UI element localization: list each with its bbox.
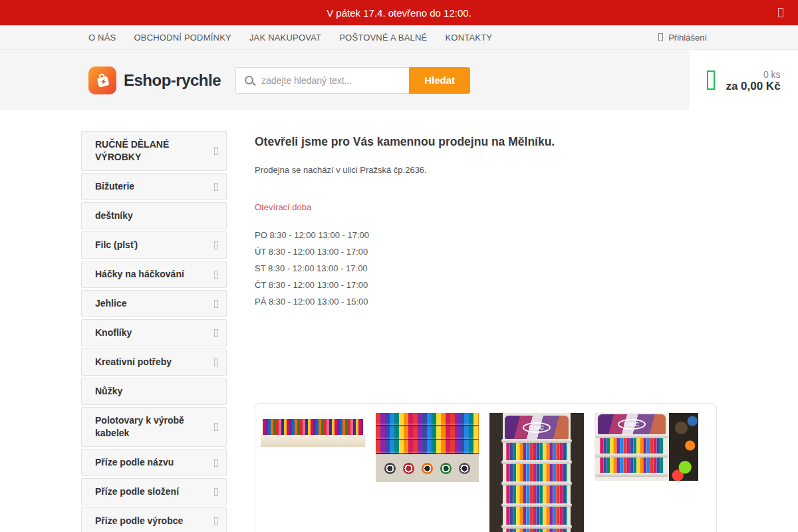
chevron-right-icon <box>214 517 218 525</box>
search-icon <box>245 76 253 84</box>
logo-text: Eshop-rychle <box>124 71 221 90</box>
gallery-photo-ribbon-shelves[interactable] <box>376 413 479 482</box>
logo-bag-icon <box>88 66 116 94</box>
sidebar-item-label: deštníky <box>95 209 133 222</box>
sidebar-item-label: Jehlice <box>95 297 126 310</box>
sidebar-item-label: Bižuterie <box>95 180 134 193</box>
spool-icon <box>440 463 452 474</box>
search-field[interactable] <box>235 67 409 94</box>
nav-item-postovne-a-balne[interactable]: POŠTOVNÉ A BALNÉ <box>339 33 427 43</box>
photo-blurred-yarn-background <box>669 413 698 481</box>
sidebar-item-hacky-na-hackovani[interactable]: Háčky na háčkování <box>81 261 227 288</box>
chevron-right-icon <box>214 300 218 308</box>
sidebar-item-rucne-delane-vyrobky[interactable]: RUČNĚ DĚLANÉ VÝROBKY <box>81 131 227 171</box>
sidebar-item-label: Filc (plsť) <box>95 239 138 251</box>
sidebar-item-label: Nůžky <box>95 385 122 398</box>
chevron-right-icon <box>214 329 218 337</box>
tower-thread-band <box>506 485 567 503</box>
cart-total: za 0,00 Kč <box>726 80 780 92</box>
tower-thread-band <box>506 529 567 532</box>
logo[interactable]: Eshop-rychle <box>88 66 221 94</box>
top-nav: O NÁS OBCHODNÍ PODMÍNKY JAK NAKUPOVAT PO… <box>0 25 798 50</box>
nav-item-obchodni-podminky[interactable]: OBCHODNÍ PODMÍNKY <box>134 33 231 43</box>
gallery-photo-shop-panorama[interactable] <box>261 413 365 447</box>
sidebar-item-label: Knoflíky <box>95 327 132 339</box>
hours-thursday: ČT 8:30 - 12:00 13:00 - 17:00 <box>255 281 717 289</box>
sidebar-item-bizuterie[interactable]: Bižuterie <box>81 173 227 200</box>
dmc-logo: DMC <box>523 422 551 433</box>
spool-icon <box>403 463 414 474</box>
opening-hours: PO 8:30 - 12:00 13:00 - 17:00 ÚT 8:30 - … <box>255 231 717 306</box>
login-label: Přihlášení <box>668 33 707 43</box>
photo-yarn-shelves <box>376 413 479 454</box>
hours-tuesday: ÚT 8:30 - 12:00 13:00 - 17:00 <box>255 247 717 256</box>
intro-text: Prodejna se nachází v ulici Pražská čp.2… <box>255 165 717 175</box>
header: Eshop-rychle Hledat 0 ks za 0,00 Kč <box>0 50 798 110</box>
photo-tower-closeup: DMC <box>595 413 669 481</box>
dmc-drum: DMC <box>598 414 666 434</box>
chevron-right-icon <box>214 459 218 467</box>
chevron-right-icon <box>214 423 218 431</box>
nav-item-jak-nakupovat[interactable]: JAK NAKUPOVAT <box>249 33 321 43</box>
close-icon[interactable] <box>778 8 783 17</box>
photo-spool-table <box>376 454 479 482</box>
page-content: RUČNĚ DĚLANÉ VÝROBKY Bižuterie deštníky … <box>80 131 718 532</box>
tower-thread-band <box>506 507 567 524</box>
dmc-logo: DMC <box>618 419 646 430</box>
opening-hours-link[interactable]: Otevírací doba <box>255 202 311 212</box>
cart-count: 0 ks <box>763 69 781 80</box>
spool-icon <box>422 463 433 474</box>
cart-widget[interactable]: 0 ks za 0,00 Kč <box>690 50 798 110</box>
category-sidebar: RUČNĚ DĚLANÉ VÝROBKY Bižuterie deštníky … <box>81 131 227 532</box>
search-input[interactable] <box>260 74 400 86</box>
sidebar-item-label: Kreativní potřeby <box>95 356 172 368</box>
photo-wall-area <box>261 413 365 419</box>
announcement-banner: V pátek 17.4. otevřeno do 12:00. <box>0 0 798 25</box>
sidebar-item-filc[interactable]: Filc (plsť) <box>81 231 227 259</box>
sidebar-item-prize-podle-nazvu[interactable]: Příze podle názvu <box>81 449 227 476</box>
spool-icon <box>384 463 396 474</box>
sidebar-item-label: Příze podle složení <box>95 485 179 498</box>
cart-icon <box>707 70 715 90</box>
sidebar-item-prize-podle-slozeni[interactable]: Příze podle složení <box>81 478 227 505</box>
chevron-right-icon <box>214 241 218 249</box>
main-article: Otevřeli jsme pro Vás kamennou prodejnu … <box>255 131 717 532</box>
chevron-right-icon <box>214 271 218 279</box>
sidebar-item-knofliky[interactable]: Knoflíky <box>81 319 227 346</box>
nav-item-kontakty[interactable]: KONTAKTY <box>446 33 493 43</box>
chevron-right-icon <box>214 358 218 366</box>
tower-disc <box>595 473 668 477</box>
gallery-photo-dmc-tower[interactable]: DMC <box>489 413 584 532</box>
tower-thread-band <box>506 464 567 481</box>
tower-thread-band <box>600 458 664 473</box>
nav-item-o-nas[interactable]: O NÁS <box>88 33 116 43</box>
sidebar-item-kreativni-potreby[interactable]: Kreativní potřeby <box>81 348 227 376</box>
sidebar-item-label: RUČNĚ DĚLANÉ VÝROBKY <box>95 138 214 164</box>
sidebar-item-label: Polotovary k výrobě kabelek <box>95 414 214 440</box>
chevron-right-icon <box>214 488 218 496</box>
sidebar-item-destniky[interactable]: deštníky <box>81 202 227 229</box>
login-link[interactable]: Přihlášení <box>658 33 707 43</box>
hours-wednesday: ST 8:30 - 12:00 13:00 - 17:00 <box>255 264 717 273</box>
user-icon <box>658 33 663 41</box>
sidebar-item-jehlice[interactable]: Jehlice <box>81 290 227 317</box>
sidebar-item-label: Háčky na háčkování <box>95 268 184 281</box>
sidebar-item-prize-podle-vyrobce[interactable]: Příze podle výrobce <box>81 507 227 532</box>
dmc-drum: DMC <box>505 416 569 439</box>
tower-thread-band <box>600 438 664 454</box>
sidebar-item-label: Příze podle názvu <box>95 456 174 469</box>
sidebar-item-polotovary-k-vyrobe-kabelek[interactable]: Polotovary k výrobě kabelek <box>81 407 227 447</box>
chevron-right-icon <box>214 183 218 191</box>
photo-yarn-shelf <box>263 419 363 435</box>
gallery-photo-dmc-tower-closeup[interactable]: DMC <box>595 413 698 481</box>
announcement-text: V pátek 17.4. otevřeno do 12:00. <box>327 7 471 19</box>
hours-friday: PÁ 8:30 - 12:00 13:00 - 15:00 <box>255 297 717 306</box>
tower-thread-band <box>506 443 567 460</box>
chevron-right-icon <box>214 147 218 155</box>
search-button[interactable]: Hledat <box>409 67 470 94</box>
photo-gallery: DMC DMC <box>255 403 717 532</box>
hours-monday: PO 8:30 - 12:00 13:00 - 17:00 <box>255 231 717 239</box>
sidebar-item-nuzky[interactable]: Nůžky <box>81 378 227 405</box>
page-title: Otevřeli jsme pro Vás kamennou prodejnu … <box>255 135 717 149</box>
photo-floor-area <box>261 435 365 447</box>
